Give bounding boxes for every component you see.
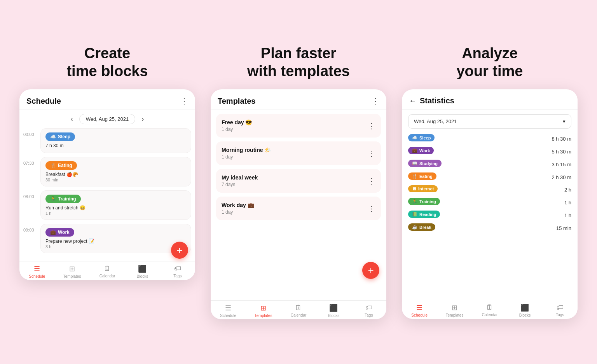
nav-item-blocks[interactable]: ⬛ Blocks (507, 303, 542, 317)
template-name: Morning routine 🌤️ (222, 147, 271, 153)
template-name: Free day 😎 (222, 119, 252, 125)
stat-label: Work (419, 148, 430, 153)
stat-emoji: 📖 (412, 161, 417, 166)
nav-item-schedule[interactable]: ☰ Schedule (402, 303, 437, 317)
block-desc: Prepare new project 📝 (45, 239, 186, 244)
nav-icon-schedule: ☰ (416, 303, 422, 312)
stat-time: 3 h 15 m (552, 162, 571, 167)
schedule-block[interactable]: ☁️ Sleep 7 h 30 m (40, 128, 191, 153)
nav-icon-blocks: ⬛ (138, 265, 147, 273)
next-arrow[interactable]: › (141, 115, 144, 123)
stat-time: 1 h (564, 200, 571, 206)
date-select[interactable]: Wed, Aug 25, 2021 ▾ (408, 114, 571, 129)
nav-label-blocks: Blocks (328, 313, 339, 318)
column-title-templates: Plan fasterwith templates (247, 45, 350, 80)
template-more-icon[interactable]: ⋮ (368, 176, 375, 186)
nav-item-templates[interactable]: ⊞ Templates (437, 303, 472, 317)
template-info: Work day 💼 1 day (222, 202, 254, 215)
template-item[interactable]: Morning routine 🌤️ 1 day ⋮ (216, 141, 381, 165)
more-options-icon[interactable]: ⋮ (180, 96, 188, 106)
prev-arrow[interactable]: ‹ (71, 115, 73, 123)
column-create: Createtime blocks Schedule ⋮ ‹ Wed, Aug … (19, 45, 195, 280)
stat-time: 15 min (556, 225, 571, 231)
block-duration: 1 h (45, 211, 186, 216)
schedule-list: 00:00 ☁️ Sleep 7 h 30 m 07:30 🍴 Eating (19, 128, 195, 261)
nav-item-calendar[interactable]: 🗓 Calendar (281, 304, 316, 318)
stats-body: Wed, Aug 25, 2021 ▾ ☁️ Sleep 8 h 30 m 💼 … (402, 110, 578, 300)
stat-row: 🍴 Eating 2 h 30 m (408, 172, 571, 182)
block-duration: 30 min (45, 178, 186, 182)
nav-label-tags: Tags (365, 313, 373, 317)
nav-item-templates[interactable]: ⊞ Templates (54, 265, 89, 279)
add-fab[interactable]: + (171, 242, 188, 259)
bottom-nav: ☰ Schedule ⊞ Templates 🗓 Calendar ⬛ Bloc… (211, 300, 386, 319)
schedule-block[interactable]: 🏃 Training Run and stretch 😄 1 h (40, 190, 191, 220)
nav-label-templates: Templates (446, 313, 464, 317)
nav-item-tags[interactable]: 🏷 Tags (543, 303, 578, 317)
nav-icon-blocks: ⬛ (329, 304, 338, 312)
stat-label: Sleep (419, 136, 431, 140)
schedule-block[interactable]: 💼 Work Prepare new project 📝 3 h (40, 224, 191, 253)
nav-icon-templates: ⊞ (452, 303, 457, 312)
stat-row: 🏃 Training 1 h (408, 198, 571, 207)
more-options-icon[interactable]: ⋮ (372, 96, 379, 106)
time-label: 07:30 (23, 157, 37, 165)
nav-item-schedule[interactable]: ☰ Schedule (211, 304, 246, 318)
nav-item-blocks[interactable]: ⬛ Blocks (316, 304, 351, 318)
statistics-phone: ← Statistics Wed, Aug 25, 2021 ▾ ☁️ Slee… (402, 89, 578, 319)
column-analyze: Analyzeyour time ← Statistics Wed, Aug 2… (402, 45, 578, 319)
template-name: Work day 💼 (222, 202, 254, 208)
template-more-icon[interactable]: ⋮ (368, 149, 375, 158)
nav-icon-schedule: ☰ (225, 304, 231, 312)
template-name: My ideal week (222, 174, 258, 181)
nav-label-schedule: Schedule (220, 313, 236, 318)
stat-emoji: 📗 (412, 212, 417, 217)
nav-item-calendar[interactable]: 🗓 Calendar (90, 265, 125, 279)
stat-emoji: ☁️ (412, 135, 417, 140)
back-arrow-icon[interactable]: ← (409, 96, 417, 105)
tag-emoji: 🍴 (50, 163, 56, 168)
stat-row: 🖥 Internet 2 h (408, 185, 571, 194)
block-tag: 💼 Work (45, 228, 74, 237)
template-days: 1 day (222, 154, 271, 160)
template-info: Free day 😎 1 day (222, 119, 252, 132)
schedule-time-row: 07:30 🍴 Eating Breakfast 🍎🥐 30 min (23, 157, 191, 189)
columns-container: Createtime blocks Schedule ⋮ ‹ Wed, Aug … (19, 45, 578, 319)
stat-time: 5 h 30 m (552, 149, 571, 155)
nav-label-calendar: Calendar (100, 274, 115, 278)
tag-label: Eating (58, 163, 72, 168)
nav-item-blocks[interactable]: ⬛ Blocks (125, 265, 160, 279)
schedule-block[interactable]: 🍴 Eating Breakfast 🍎🥐 30 min (40, 157, 191, 186)
stat-tag: ☕ Break (408, 223, 435, 231)
nav-label-schedule: Schedule (411, 313, 428, 317)
add-template-fab[interactable]: + (362, 262, 379, 279)
template-item[interactable]: Work day 💼 1 day ⋮ (216, 197, 381, 220)
nav-label-schedule: Schedule (29, 274, 45, 279)
template-more-icon[interactable]: ⋮ (368, 121, 375, 131)
template-info: Morning routine 🌤️ 1 day (222, 147, 271, 160)
nav-item-tags[interactable]: 🏷 Tags (160, 265, 195, 279)
nav-item-templates[interactable]: ⊞ Templates (246, 304, 281, 318)
nav-icon-calendar: 🗓 (295, 304, 302, 312)
stat-label: Break (419, 225, 431, 230)
block-duration: 3 h (45, 244, 186, 249)
stat-tag: 🖥 Internet (408, 185, 438, 192)
nav-item-calendar[interactable]: 🗓 Calendar (472, 303, 507, 317)
stat-time: 1 h (564, 212, 571, 218)
nav-item-tags[interactable]: 🏷 Tags (351, 304, 386, 318)
column-templates: Plan fasterwith templates Templates ⋮ Fr… (211, 45, 386, 319)
block-desc: 7 h 30 m (45, 143, 186, 148)
nav-icon-tags: 🏷 (174, 265, 181, 273)
tag-emoji: 💼 (50, 230, 56, 235)
stat-row: ☁️ Sleep 8 h 30 m (408, 134, 571, 143)
template-item[interactable]: My ideal week 7 days ⋮ (216, 169, 381, 193)
date-pill[interactable]: Wed, Aug 25, 2021 (79, 114, 135, 124)
phone-title: Statistics (420, 96, 454, 105)
template-more-icon[interactable]: ⋮ (368, 204, 375, 213)
template-item[interactable]: Free day 😎 1 day ⋮ (216, 114, 381, 138)
nav-icon-templates: ⊞ (69, 265, 75, 273)
nav-item-schedule[interactable]: ☰ Schedule (19, 265, 54, 279)
templates-phone: Templates ⋮ Free day 😎 1 day ⋮ Morning r… (211, 89, 386, 319)
dropdown-arrow-icon: ▾ (563, 118, 566, 124)
page-wrapper: Createtime blocks Schedule ⋮ ‹ Wed, Aug … (0, 0, 597, 364)
